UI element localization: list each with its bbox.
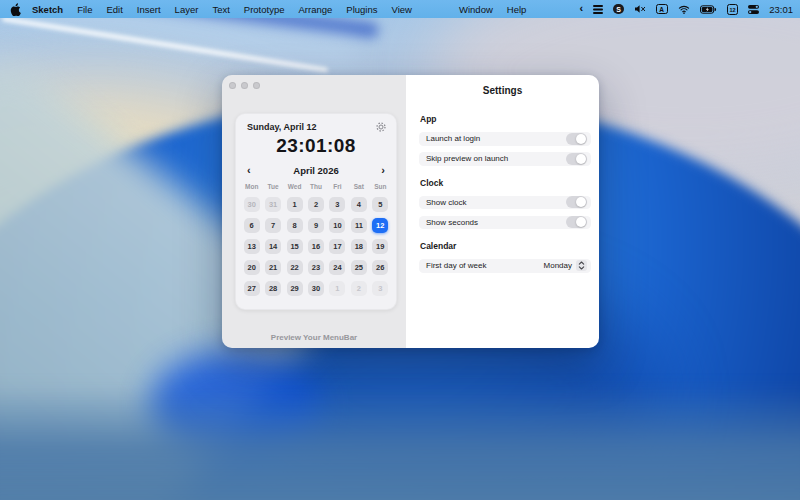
- calendar-date-19[interactable]: 19: [372, 239, 388, 254]
- calendar-date-31-prev[interactable]: 31: [265, 197, 281, 212]
- date-cell: 27: [241, 278, 262, 299]
- menu-file[interactable]: File: [77, 4, 92, 15]
- calendar-date-28[interactable]: 28: [265, 281, 281, 296]
- date-cell: 24: [327, 257, 348, 278]
- calendar-date-6[interactable]: 6: [244, 218, 260, 233]
- calendar-date-4[interactable]: 4: [351, 197, 367, 212]
- calendar-date-13[interactable]: 13: [244, 239, 260, 254]
- calendar-date-7[interactable]: 7: [265, 218, 281, 233]
- weekday-wed: Wed: [284, 183, 305, 190]
- calendar-date-30[interactable]: 30: [308, 281, 324, 296]
- calendar-card: Sunday, April 12 23:01:08 ‹ April 2026 ›…: [235, 113, 397, 310]
- section-header-clock: Clock: [419, 178, 591, 189]
- date-cell: 18: [348, 236, 369, 257]
- calendar-date-12-selected[interactable]: 12: [372, 218, 388, 233]
- show-clock-toggle[interactable]: [566, 196, 587, 208]
- date-cell: 13: [241, 236, 262, 257]
- calendar-date-29[interactable]: 29: [287, 281, 303, 296]
- calendar-date-25[interactable]: 25: [351, 260, 367, 275]
- calendar-date-22[interactable]: 22: [287, 260, 303, 275]
- calendar-date-3[interactable]: 3: [329, 197, 345, 212]
- menu-plugins[interactable]: Plugins: [346, 4, 377, 15]
- calendar-date-10[interactable]: 10: [329, 218, 345, 233]
- close-button[interactable]: [229, 82, 236, 89]
- date-cell: 11: [348, 215, 369, 236]
- menu-window[interactable]: Window: [459, 4, 493, 15]
- calendar-date-2-next[interactable]: 2: [351, 281, 367, 296]
- setting-label-show-seconds: Show seconds: [426, 218, 478, 227]
- calendar-date-3-next[interactable]: 3: [372, 281, 388, 296]
- date-cell: 1: [284, 194, 305, 215]
- wifi-icon[interactable]: [678, 5, 690, 14]
- calendar-date-26[interactable]: 26: [372, 260, 388, 275]
- toggle-knob: [576, 134, 586, 144]
- calendar-date-15[interactable]: 15: [287, 239, 303, 254]
- calendar-date-21[interactable]: 21: [265, 260, 281, 275]
- calendar-date-2[interactable]: 2: [308, 197, 324, 212]
- preview-menubar-button[interactable]: Preview Your MenuBar: [222, 333, 406, 342]
- calendar-date-icon[interactable]: 12: [727, 4, 739, 15]
- date-cell: 12: [370, 215, 391, 236]
- calendar-date-27[interactable]: 27: [244, 281, 260, 296]
- input-source-a-icon[interactable]: A: [656, 4, 668, 14]
- volume-mute-icon[interactable]: [634, 4, 646, 14]
- calendar-date-17[interactable]: 17: [329, 239, 345, 254]
- menu-app-name[interactable]: Sketch: [32, 4, 63, 15]
- calendar-date-8[interactable]: 8: [287, 218, 303, 233]
- setting-row-launch-at-login: Launch at login: [419, 132, 591, 146]
- calendar-date-1-next[interactable]: 1: [329, 281, 345, 296]
- calendar-date-9[interactable]: 9: [308, 218, 324, 233]
- calendar-date-18[interactable]: 18: [351, 239, 367, 254]
- setting-row-show-clock: Show clock: [419, 196, 591, 210]
- menu-layer[interactable]: Layer: [175, 4, 199, 15]
- menu-arrange[interactable]: Arrange: [298, 4, 332, 15]
- menubar-clock[interactable]: 23:01: [769, 4, 793, 15]
- calendar-date-16[interactable]: 16: [308, 239, 324, 254]
- menu-insert[interactable]: Insert: [137, 4, 161, 15]
- app-window: Sunday, April 12 23:01:08 ‹ April 2026 ›…: [222, 75, 599, 348]
- menu-view[interactable]: View: [391, 4, 411, 15]
- weekday-mon: Mon: [241, 183, 262, 190]
- minimize-button[interactable]: [241, 82, 248, 89]
- apple-menu-icon[interactable]: [10, 3, 21, 16]
- show-seconds-toggle[interactable]: [566, 216, 587, 228]
- weekday-sat: Sat: [348, 183, 369, 190]
- date-cell: 3: [370, 278, 391, 299]
- calendar-date-11[interactable]: 11: [351, 218, 367, 233]
- setting-row-show-seconds: Show seconds: [419, 216, 591, 230]
- prev-month-button[interactable]: ‹: [247, 165, 251, 176]
- calendar-date-23[interactable]: 23: [308, 260, 324, 275]
- launch-at-login-toggle[interactable]: [566, 133, 587, 145]
- control-center-icon[interactable]: [748, 5, 759, 14]
- calendar-date-20[interactable]: 20: [244, 260, 260, 275]
- date-cell: 30: [305, 278, 326, 299]
- menu-bar: Sketch FileEditInsertLayerTextPrototypeA…: [0, 0, 800, 18]
- settings-title: Settings: [406, 85, 599, 96]
- section-header-app: App: [419, 114, 591, 125]
- chevron-left-icon[interactable]: ‹: [580, 3, 584, 15]
- calendar-date-30-prev[interactable]: 30: [244, 197, 260, 212]
- date-cell: 19: [370, 236, 391, 257]
- toggle-knob: [576, 217, 586, 227]
- weekday-thu: Thu: [305, 183, 326, 190]
- first-day-of-week-select[interactable]: Monday: [544, 260, 587, 271]
- menu-edit[interactable]: Edit: [106, 4, 122, 15]
- calendar-date-1[interactable]: 1: [287, 197, 303, 212]
- menu-text[interactable]: Text: [212, 4, 229, 15]
- sketch-app-icon[interactable]: S: [613, 4, 624, 15]
- setting-row-first-day-of-week: First day of weekMonday: [419, 259, 591, 273]
- skip-preview-on-launch-toggle[interactable]: [566, 153, 587, 165]
- settings-section-app: AppLaunch at loginSkip preview on launch: [419, 114, 591, 166]
- menu-help[interactable]: Help: [507, 4, 527, 15]
- date-cell: 2: [305, 194, 326, 215]
- menu-lines-icon[interactable]: [593, 5, 603, 14]
- calendar-date-5[interactable]: 5: [372, 197, 388, 212]
- menu-prototype[interactable]: Prototype: [244, 4, 285, 15]
- next-month-button[interactable]: ›: [381, 165, 385, 176]
- zoom-button[interactable]: [253, 82, 260, 89]
- calendar-date-14[interactable]: 14: [265, 239, 281, 254]
- calendar-date-24[interactable]: 24: [329, 260, 345, 275]
- date-cell: 4: [348, 194, 369, 215]
- gear-icon[interactable]: [376, 122, 386, 132]
- date-cell: 29: [284, 278, 305, 299]
